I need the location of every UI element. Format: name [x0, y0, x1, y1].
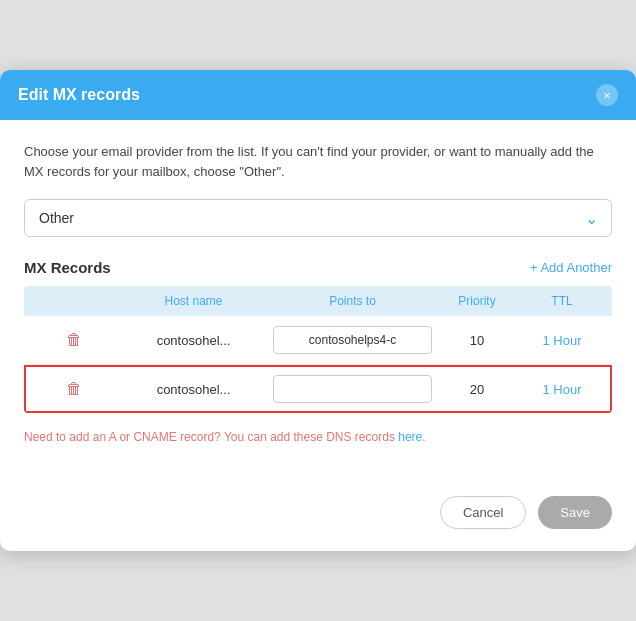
host-name-cell: contosohel...: [114, 382, 273, 397]
ttl-cell: 1 Hour: [522, 382, 602, 397]
priority-cell: 20: [432, 382, 522, 397]
mx-section-title: MX Records: [24, 259, 111, 276]
col-priority: Priority: [432, 294, 522, 308]
host-name-cell: contosohel...: [114, 333, 273, 348]
dns-note-prefix: Need to add an A or CNAME record? You ca…: [24, 430, 398, 444]
dialog-footer: Cancel Save: [0, 488, 636, 551]
mx-section-header: MX Records + Add Another: [24, 259, 612, 276]
points-to-cell[interactable]: [273, 326, 432, 354]
add-another-button[interactable]: + Add Another: [530, 260, 612, 275]
dns-note-suffix: .: [422, 430, 425, 444]
col-hostname: Host name: [114, 294, 273, 308]
dns-note-link[interactable]: here: [398, 430, 422, 444]
dialog-title: Edit MX records: [18, 86, 140, 104]
col-icon: [34, 294, 114, 308]
col-points-to: Points to: [273, 294, 432, 308]
cancel-button[interactable]: Cancel: [440, 496, 526, 529]
dns-note: Need to add an A or CNAME record? You ca…: [24, 429, 612, 446]
close-button[interactable]: ×: [596, 84, 618, 106]
points-to-cell[interactable]: [273, 375, 432, 403]
table-header: Host name Points to Priority TTL: [24, 286, 612, 316]
dialog-body: Choose your email provider from the list…: [0, 120, 636, 488]
ttl-cell: 1 Hour: [522, 333, 602, 348]
table-row: 🗑 contosohel... 10 1 Hour: [24, 316, 612, 365]
points-to-input[interactable]: [273, 326, 432, 354]
table-row: 🗑 contosohel... 20 1 Hour: [24, 365, 612, 413]
dialog-header: Edit MX records ×: [0, 70, 636, 120]
points-to-input[interactable]: [273, 375, 432, 403]
provider-select[interactable]: Other Google Microsoft Yahoo: [24, 199, 612, 237]
description-text: Choose your email provider from the list…: [24, 142, 612, 181]
provider-select-wrapper: Other Google Microsoft Yahoo ⌄: [24, 199, 612, 237]
delete-icon[interactable]: 🗑: [34, 331, 114, 349]
save-button[interactable]: Save: [538, 496, 612, 529]
priority-cell: 10: [432, 333, 522, 348]
mx-records-table: Host name Points to Priority TTL 🗑 conto…: [24, 286, 612, 413]
delete-icon[interactable]: 🗑: [34, 380, 114, 398]
col-ttl: TTL: [522, 294, 602, 308]
edit-mx-dialog: Edit MX records × Choose your email prov…: [0, 70, 636, 551]
